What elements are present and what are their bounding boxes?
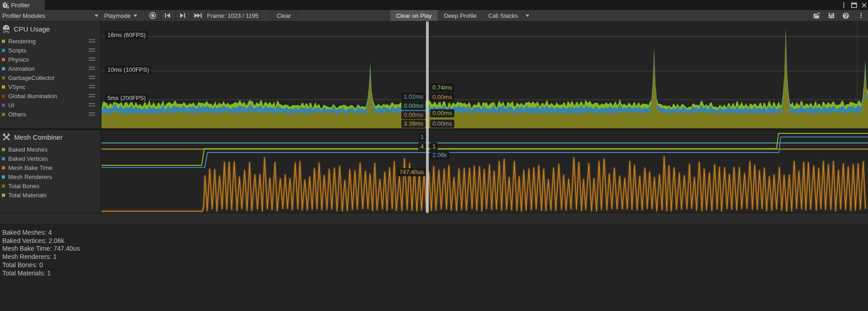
load-profile-button[interactable] bbox=[810, 10, 824, 21]
legend-item-ui[interactable]: UI bbox=[2, 100, 99, 110]
icon-graphic bbox=[858, 12, 864, 19]
cpu-frame-value-label: 0.00ms bbox=[430, 93, 454, 101]
legend-label: Mesh Renderers bbox=[8, 174, 52, 180]
toolbar-separator bbox=[144, 10, 145, 21]
tab-title: Profiler bbox=[11, 2, 30, 9]
deep-profile-toggle[interactable]: Deep Profile bbox=[437, 10, 483, 21]
icon-graphic bbox=[842, 12, 849, 19]
current-frame-button[interactable] bbox=[192, 10, 204, 21]
mesh-combiner-chart[interactable] bbox=[101, 130, 868, 213]
color-swatch bbox=[2, 166, 5, 169]
color-swatch bbox=[2, 67, 5, 70]
clear-on-play-toggle[interactable]: Clear on Play bbox=[390, 10, 437, 21]
icon-graphic bbox=[813, 12, 821, 19]
context-menu-button[interactable] bbox=[854, 10, 868, 21]
drag-handle-icon[interactable] bbox=[89, 94, 95, 98]
color-swatch bbox=[2, 104, 5, 107]
window-maximize-icon[interactable] bbox=[850, 1, 857, 9]
call-stacks-dropdown[interactable]: Call Stacks bbox=[485, 10, 533, 21]
profiler-modules-dropdown[interactable]: Profiler Modules bbox=[2, 10, 98, 21]
drag-handle-icon[interactable] bbox=[89, 103, 95, 107]
legend-label: Total Materials bbox=[8, 192, 47, 199]
help-button[interactable] bbox=[839, 10, 853, 21]
legend-label: Global Illumination bbox=[8, 93, 57, 100]
legend-label: Mesh Bake Time bbox=[8, 164, 53, 171]
cpu-frame-value-label: 3.39ms bbox=[401, 120, 426, 128]
toolbar-separator bbox=[101, 10, 101, 21]
next-frame-button[interactable] bbox=[177, 10, 188, 21]
color-swatch bbox=[2, 175, 5, 179]
legend-item-mesh-renderers[interactable]: Mesh Renderers bbox=[2, 172, 99, 181]
legend-label: Baked Meshes bbox=[8, 146, 48, 153]
color-swatch bbox=[2, 157, 5, 160]
legend-label: Scripts bbox=[8, 47, 27, 54]
clear-button[interactable]: Clear bbox=[271, 10, 297, 21]
legend-label: Animation bbox=[8, 65, 35, 72]
legend-label: Baked Vertices bbox=[8, 155, 48, 162]
legend-item-global-illumination[interactable]: Global Illumination bbox=[2, 91, 99, 100]
call-stacks-label: Call Stacks bbox=[488, 12, 518, 19]
color-swatch bbox=[2, 76, 5, 79]
legend-item-others[interactable]: Others bbox=[2, 110, 99, 119]
drag-handle-icon[interactable] bbox=[89, 76, 95, 79]
cpu-gauge-icon: CPU bbox=[2, 24, 11, 33]
profiler-tab[interactable]: Profiler bbox=[0, 0, 45, 10]
legend-item-rendering[interactable]: Rendering bbox=[2, 37, 99, 46]
icon-graphic bbox=[165, 13, 170, 18]
clear-on-play-label: Clear on Play bbox=[396, 12, 431, 19]
window-menu-icon[interactable] bbox=[840, 1, 847, 9]
frame-counter-label: Frame: 1023 / 1195 bbox=[207, 12, 259, 19]
details-pane: Baked Meshes: 4Baked Vertices: 2.06kMesh… bbox=[0, 225, 868, 311]
window-close-icon[interactable] bbox=[860, 1, 868, 9]
legend-item-mesh-bake-time[interactable]: Mesh Bake Time bbox=[2, 163, 99, 172]
drag-handle-icon[interactable] bbox=[89, 85, 95, 89]
icon-graphic bbox=[2, 132, 11, 142]
legend-item-physics[interactable]: Physics bbox=[2, 55, 99, 64]
record-button[interactable] bbox=[147, 10, 158, 21]
toolbar-separator bbox=[206, 10, 206, 21]
legend-item-total-bones[interactable]: Total Bones bbox=[2, 181, 99, 190]
drag-handle-icon[interactable] bbox=[89, 58, 95, 61]
previous-frame-button[interactable] bbox=[162, 10, 173, 21]
legend-item-garbagecollector[interactable]: GarbageCollector bbox=[2, 73, 99, 82]
toolbar-separator bbox=[175, 10, 176, 21]
color-swatch bbox=[2, 40, 5, 43]
legend-item-baked-vertices[interactable]: Baked Vertices bbox=[2, 154, 99, 163]
chevron-down-icon bbox=[95, 15, 98, 17]
clear-button-label: Clear bbox=[277, 12, 291, 19]
stopwatch-search-icon bbox=[2, 1, 9, 9]
color-swatch bbox=[2, 85, 5, 89]
drag-handle-icon[interactable] bbox=[89, 112, 95, 116]
mesh-frame-value-label: 2.06k bbox=[430, 151, 449, 159]
legend-item-vsync[interactable]: VSync bbox=[2, 82, 99, 91]
mesh-frame-value-label: 747.40us bbox=[397, 168, 426, 176]
drag-handle-icon[interactable] bbox=[89, 48, 95, 52]
legend-item-scripts[interactable]: Scripts bbox=[2, 46, 99, 55]
call-stacks-inner-separator bbox=[522, 12, 522, 19]
mesh-combiner-module-header[interactable]: Mesh Combiner bbox=[2, 132, 63, 142]
drag-handle-icon[interactable] bbox=[89, 67, 95, 70]
title-bar: Profiler bbox=[0, 0, 868, 10]
toolbar-separator bbox=[190, 10, 191, 21]
cpu-area-others bbox=[101, 40, 868, 128]
icon-graphic bbox=[861, 2, 867, 8]
icon-graphic bbox=[194, 13, 202, 18]
mesh-frame-value-label: 1 bbox=[430, 142, 438, 151]
details-line: Mesh Renderers: 1 bbox=[2, 253, 868, 261]
icon-graphic bbox=[828, 12, 835, 19]
cpu-usage-chart[interactable] bbox=[101, 21, 868, 128]
legend-item-total-materials[interactable]: Total Materials bbox=[2, 190, 99, 200]
legend-item-baked-meshes[interactable]: Baked Meshes bbox=[2, 145, 99, 154]
module-sidebar: CPU CPU Usage RenderingScriptsPhysicsAni… bbox=[0, 21, 101, 213]
legend-item-animation[interactable]: Animation bbox=[2, 64, 99, 73]
chevron-down-icon bbox=[526, 15, 529, 17]
playhead-scrubber[interactable] bbox=[426, 21, 429, 213]
details-pane-toolbar bbox=[0, 213, 868, 224]
legend-label: GarbageCollector bbox=[8, 74, 55, 81]
cpu-usage-module-header[interactable]: CPU CPU Usage bbox=[2, 24, 50, 33]
details-line: Total Materials: 1 bbox=[2, 269, 868, 278]
drag-handle-icon[interactable] bbox=[89, 39, 95, 43]
playmode-dropdown[interactable]: Playmode bbox=[104, 10, 137, 21]
cpu-frame-value-label: 0.00ms bbox=[430, 120, 454, 128]
save-profile-button[interactable] bbox=[825, 10, 838, 21]
